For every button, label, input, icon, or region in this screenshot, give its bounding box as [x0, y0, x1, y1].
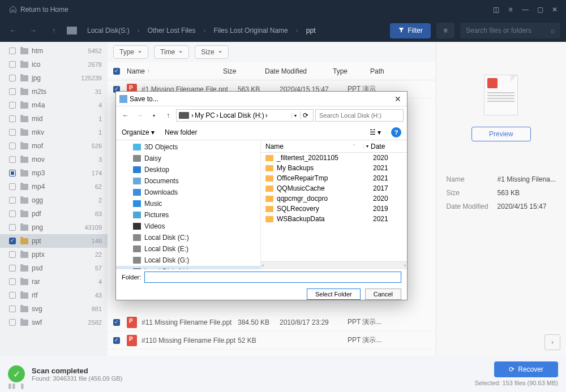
sidebar-checkbox[interactable] — [9, 197, 16, 204]
dialog-up-icon[interactable]: ↑ — [162, 109, 174, 122]
col-date[interactable]: Date Modified — [265, 67, 333, 75]
tree-item[interactable]: Music — [116, 198, 260, 209]
sidebar-item-mid[interactable]: mid1 — [0, 112, 108, 126]
crumb-original-name[interactable]: Files Lost Original Name — [211, 25, 290, 36]
list-item[interactable]: WSBackupData2021 — [261, 214, 407, 224]
tree-item[interactable]: Local Disk (H:) — [116, 266, 260, 269]
list-item[interactable]: QQMusicCache2017 — [261, 183, 407, 193]
sidebar-item-mof[interactable]: mof526 — [0, 139, 108, 153]
window-menu-icon[interactable]: ≡ — [504, 3, 517, 16]
sidebar-item-svg[interactable]: svg881 — [0, 302, 108, 316]
horizontal-scrollbar[interactable]: ‹› — [261, 261, 407, 269]
sidebar-checkbox[interactable] — [9, 319, 16, 326]
select-all-checkbox[interactable] — [113, 68, 120, 75]
type-dropdown[interactable]: Type — [113, 45, 148, 59]
sidebar-item-psd[interactable]: psd57 — [0, 261, 108, 275]
nav-up-icon[interactable]: ↑ — [46, 23, 61, 38]
dialog-search-input[interactable] — [315, 109, 404, 122]
sidebar-checkbox[interactable] — [9, 251, 16, 258]
sidebar-checkbox[interactable] — [9, 115, 16, 122]
dialog-recent-dropdown[interactable]: ▾ — [148, 109, 160, 122]
sidebar-checkbox[interactable] — [9, 305, 16, 312]
list-col-name[interactable]: Name˄▾ — [261, 143, 368, 150]
sidebar-item-png[interactable]: png43109 — [0, 221, 108, 234]
time-dropdown[interactable]: Time — [154, 45, 189, 59]
list-item[interactable]: OfficeRepairTmp2021 — [261, 173, 407, 183]
row-checkbox[interactable] — [113, 337, 120, 344]
crumb-disk[interactable]: Local Disk(S:) — [85, 25, 132, 36]
dialog-close-button[interactable]: ✕ — [392, 94, 404, 104]
sidebar-checkbox[interactable] — [9, 129, 16, 136]
table-row[interactable]: #110 Missing Filename File.ppt 52 KB PPT… — [108, 331, 436, 350]
window-widget-icon[interactable]: ◫ — [489, 3, 503, 16]
sidebar-checkbox[interactable] — [9, 88, 16, 95]
sidebar-checkbox[interactable] — [9, 48, 16, 54]
sidebar-item-rar[interactable]: rar4 — [0, 275, 108, 288]
window-minimize-icon[interactable]: — — [518, 3, 532, 16]
col-size[interactable]: Size — [223, 67, 265, 75]
list-item[interactable]: SQLRecovery2019 — [261, 204, 407, 214]
sidebar-item-pptx[interactable]: pptx22 — [0, 248, 108, 261]
path-mypc[interactable]: My PC — [195, 111, 215, 119]
sidebar-item-swf[interactable]: swf2582 — [0, 316, 108, 329]
path-refresh-icon[interactable]: ⟳ — [300, 111, 311, 119]
tree-item[interactable]: 3D Objects — [116, 141, 260, 153]
dialog-back-icon[interactable]: ← — [119, 109, 132, 122]
sidebar-checkbox[interactable] — [9, 278, 16, 285]
sidebar-checkbox[interactable] — [9, 210, 16, 217]
sidebar-item-pdf[interactable]: pdf83 — [0, 207, 108, 221]
dialog-path[interactable]: › My PC › Local Disk (H:) › ▾ ⟳ — [176, 109, 314, 122]
cancel-button[interactable]: Cancel — [365, 288, 401, 300]
filter-button[interactable]: Filter — [390, 23, 431, 38]
sidebar-item-m4a[interactable]: m4a4 — [0, 98, 108, 112]
return-home-button[interactable]: Return to Home — [5, 3, 73, 17]
search-icon[interactable]: ⌕ — [551, 27, 555, 35]
recover-button[interactable]: ⟳Recover — [494, 361, 558, 377]
sidebar-checkbox[interactable] — [9, 265, 16, 272]
search-box[interactable]: ⌕ — [460, 23, 560, 38]
sidebar-checkbox[interactable] — [9, 75, 16, 81]
sidebar-checkbox[interactable] — [9, 143, 16, 149]
window-close-icon[interactable]: ✕ — [548, 3, 561, 16]
sidebar-checkbox[interactable] — [9, 183, 16, 190]
sidebar-checkbox[interactable] — [9, 156, 16, 163]
list-col-date[interactable]: Date — [368, 143, 407, 150]
folder-input[interactable] — [144, 272, 401, 283]
list-item[interactable]: _filtertest_202011052020 — [261, 153, 407, 163]
view-toggle-button[interactable]: ≡ — [436, 23, 454, 38]
tree-item[interactable]: Pictures — [116, 209, 260, 221]
size-dropdown[interactable]: Size — [195, 45, 228, 59]
crumb-other-lost[interactable]: Other Lost Files — [145, 25, 198, 36]
sidebar-item-ppt[interactable]: ppt146 — [0, 234, 108, 248]
col-name[interactable]: Name↑ — [127, 67, 223, 75]
tree-item[interactable]: Local Disk (E:) — [116, 243, 260, 255]
tree-item[interactable]: Local Disk (G:) — [116, 255, 260, 266]
sidebar-item-mp4[interactable]: mp462 — [0, 180, 108, 193]
tree-item[interactable]: Documents — [116, 175, 260, 187]
sidebar-item-m2ts[interactable]: m2ts31 — [0, 85, 108, 98]
sidebar-item-mkv[interactable]: mkv1 — [0, 126, 108, 139]
organize-dropdown[interactable]: Organize ▾ — [122, 128, 155, 136]
list-item[interactable]: qqpcmgr_docpro2020 — [261, 193, 407, 204]
path-drive[interactable]: Local Disk (H:) — [220, 111, 264, 119]
sidebar-item-mp3[interactable]: mp3174 — [0, 166, 108, 180]
path-dropdown-icon[interactable]: ▾ — [291, 113, 299, 118]
new-folder-button[interactable]: New folder — [165, 128, 197, 136]
preview-button[interactable]: Preview — [471, 127, 531, 141]
sidebar-checkbox[interactable] — [9, 102, 16, 109]
sidebar-item-jpg[interactable]: jpg125239 — [0, 71, 108, 85]
select-folder-button[interactable]: Select Folder — [307, 288, 361, 300]
sidebar-checkbox[interactable] — [9, 170, 16, 176]
nav-back-icon[interactable]: ← — [6, 23, 20, 38]
tree-item[interactable]: Local Disk (C:) — [116, 232, 260, 243]
tree-item[interactable]: Desktop — [116, 164, 260, 175]
sidebar-checkbox[interactable] — [9, 238, 16, 244]
sidebar-checkbox[interactable] — [9, 292, 16, 299]
tree-item[interactable]: Videos — [116, 221, 260, 232]
pause-icon[interactable]: ▮▮ — [8, 382, 16, 390]
window-maximize-icon[interactable]: ▢ — [533, 3, 547, 16]
list-item[interactable]: My Backups2021 — [261, 163, 407, 173]
sidebar-item-ogg[interactable]: ogg2 — [0, 193, 108, 207]
row-checkbox[interactable] — [113, 319, 120, 326]
tree-item[interactable]: Daisy — [116, 153, 260, 164]
